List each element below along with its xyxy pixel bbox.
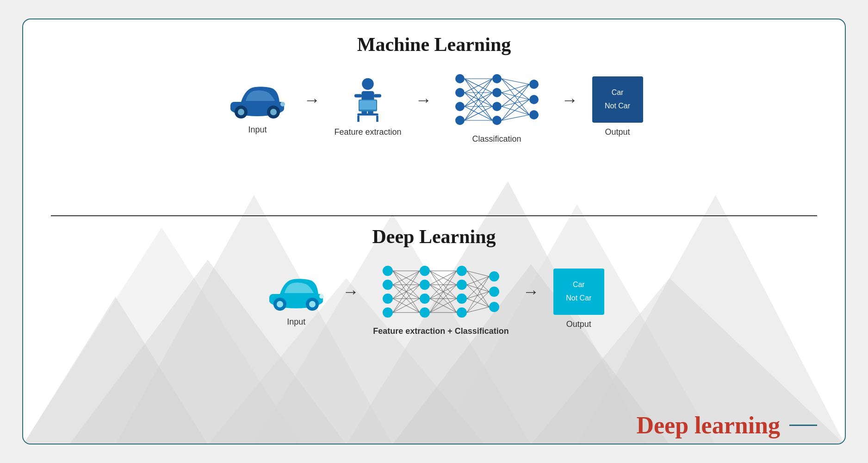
svg-point-85 bbox=[457, 294, 467, 304]
svg-line-64 bbox=[502, 106, 529, 115]
svg-point-33 bbox=[492, 74, 502, 83]
ml-arrow-1: → bbox=[304, 90, 320, 110]
dl-section: Deep Learning bbox=[23, 216, 845, 407]
dl-input-label: Input bbox=[287, 317, 305, 327]
svg-point-29 bbox=[455, 74, 465, 83]
svg-point-39 bbox=[529, 110, 539, 119]
svg-line-133 bbox=[467, 307, 489, 313]
svg-line-122 bbox=[467, 271, 489, 276]
svg-point-36 bbox=[492, 116, 502, 125]
svg-line-130 bbox=[467, 299, 489, 307]
main-container: Machine Learning bbox=[22, 19, 846, 444]
svg-point-38 bbox=[529, 95, 539, 104]
ml-arrow-3: → bbox=[562, 90, 578, 110]
svg-point-89 bbox=[489, 302, 499, 312]
ml-input-item: Input bbox=[225, 79, 290, 135]
svg-point-88 bbox=[489, 287, 499, 297]
svg-point-74 bbox=[319, 294, 324, 299]
ml-input-label: Input bbox=[248, 125, 267, 135]
ml-classification-item: Classification bbox=[446, 69, 548, 144]
ml-output-line1: Car bbox=[612, 86, 624, 100]
svg-rect-24 bbox=[376, 116, 378, 122]
dl-input-item: Input bbox=[264, 271, 329, 327]
ml-car-icon bbox=[225, 79, 290, 120]
svg-point-81 bbox=[420, 294, 430, 304]
svg-rect-23 bbox=[357, 116, 360, 122]
dl-arrow-2: → bbox=[523, 282, 539, 301]
svg-point-76 bbox=[383, 280, 393, 290]
svg-point-75 bbox=[383, 266, 393, 276]
svg-point-31 bbox=[455, 102, 465, 111]
dl-output-item: Car Not Car Output bbox=[553, 269, 604, 329]
svg-point-32 bbox=[455, 116, 465, 125]
svg-point-86 bbox=[457, 307, 467, 318]
svg-point-87 bbox=[489, 271, 499, 282]
section-divider bbox=[51, 215, 817, 216]
svg-point-80 bbox=[420, 280, 430, 290]
svg-point-79 bbox=[420, 266, 430, 276]
svg-point-35 bbox=[492, 102, 502, 111]
ml-output-item: Car Not Car Output bbox=[592, 76, 643, 137]
dl-output-box: Car Not Car bbox=[553, 269, 604, 315]
footer: Deep learning bbox=[23, 407, 845, 444]
svg-point-73 bbox=[309, 301, 316, 307]
svg-rect-27 bbox=[354, 94, 362, 97]
svg-point-82 bbox=[420, 307, 430, 318]
svg-rect-22 bbox=[357, 113, 378, 116]
svg-line-131 bbox=[467, 276, 489, 313]
svg-point-84 bbox=[457, 280, 467, 290]
svg-point-17 bbox=[280, 102, 285, 106]
svg-rect-28 bbox=[374, 94, 381, 97]
dl-arrow-1: → bbox=[342, 282, 359, 301]
svg-line-124 bbox=[467, 271, 489, 307]
dl-output-label: Output bbox=[566, 319, 591, 329]
svg-point-34 bbox=[492, 88, 502, 97]
dl-title: Deep Learning bbox=[372, 225, 496, 248]
svg-point-37 bbox=[529, 80, 539, 89]
svg-point-83 bbox=[457, 266, 467, 276]
ml-flow-row: Input → bbox=[225, 69, 643, 144]
dl-flow-row: Input → bbox=[264, 262, 604, 336]
ml-feature-item: Feature extraction bbox=[334, 76, 401, 137]
dl-car-icon bbox=[264, 271, 329, 313]
ml-output-box: Car Not Car bbox=[592, 76, 643, 123]
svg-point-77 bbox=[383, 294, 393, 304]
svg-line-59 bbox=[502, 84, 529, 93]
dl-nn-icon bbox=[376, 262, 506, 322]
ml-section: Machine Learning bbox=[23, 19, 845, 215]
content-area: Machine Learning bbox=[23, 19, 845, 444]
svg-point-16 bbox=[270, 109, 277, 115]
footer-line bbox=[789, 425, 817, 426]
svg-line-125 bbox=[467, 276, 489, 285]
svg-point-71 bbox=[277, 301, 283, 307]
svg-point-18 bbox=[362, 78, 373, 90]
dl-output-line2: Not Car bbox=[566, 292, 591, 305]
ml-output-label: Output bbox=[605, 127, 630, 137]
svg-point-30 bbox=[455, 88, 465, 97]
ml-person-icon bbox=[345, 76, 391, 123]
svg-point-14 bbox=[238, 109, 244, 115]
svg-point-78 bbox=[383, 307, 393, 318]
ml-nn-icon bbox=[446, 69, 548, 130]
ml-title: Machine Learning bbox=[357, 33, 511, 56]
ml-arrow-2: → bbox=[415, 90, 432, 110]
svg-rect-26 bbox=[360, 100, 376, 110]
ml-feature-label: Feature extraction bbox=[334, 127, 401, 137]
dl-feature-label: Feature extraction + Classification bbox=[373, 326, 509, 336]
ml-output-line2: Not Car bbox=[605, 100, 630, 113]
footer-title: Deep learning bbox=[636, 412, 780, 439]
ml-classification-label: Classification bbox=[472, 134, 521, 144]
dl-feature-item: Feature extraction + Classification bbox=[373, 262, 509, 336]
dl-output-line1: Car bbox=[573, 278, 585, 292]
